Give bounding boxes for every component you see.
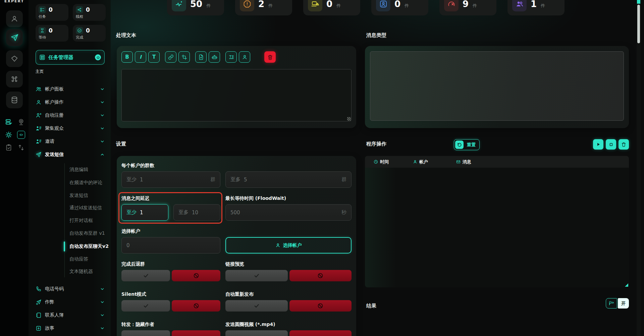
task-manager-label: 任务管理器: [48, 54, 92, 61]
scrollbar-thumb[interactable]: [637, 5, 640, 43]
sidebar-item-gather-audience[interactable]: 聚集观众: [29, 122, 111, 135]
clipboard-check-icon[interactable]: [5, 144, 13, 152]
groups-min-input[interactable]: 至少 1 群: [121, 171, 220, 188]
stat-value: 0: [86, 6, 90, 13]
stop-button[interactable]: [606, 139, 616, 150]
text-button[interactable]: T: [148, 51, 160, 63]
submenu-item-auto-post-chat-v2[interactable]: 自动发布至聊天v2: [69, 240, 111, 253]
app-window: EXPERT 0 任务: [0, 0, 644, 336]
rail-database-button[interactable]: [6, 92, 23, 108]
bot-button[interactable]: [209, 51, 220, 63]
attach-file-button[interactable]: [195, 51, 207, 63]
task-manager-button[interactable]: 任务管理器: [36, 50, 105, 65]
code-window-icon[interactable]: [17, 131, 25, 139]
stat-value: 0: [49, 27, 53, 34]
textarea-resize-handle[interactable]: [347, 117, 351, 121]
toggle-yes-button[interactable]: [225, 300, 288, 312]
toggle-yes-button[interactable]: [121, 330, 170, 336]
link-preview-label: 链接预览: [225, 261, 352, 267]
submenu-item-send-sms[interactable]: 发送短信: [69, 189, 111, 202]
toggle-yes-button[interactable]: [121, 270, 170, 281]
sidebar-item-contacts-book[interactable]: 联系人簿: [29, 309, 111, 322]
mention-user-button[interactable]: [239, 51, 250, 63]
toggle-no-button[interactable]: [289, 300, 352, 312]
sidebar-item-phone-numbers[interactable]: 电话号码: [29, 282, 111, 295]
send-circle-video-label: 发送圆圈视频 (*.mp4): [225, 322, 352, 327]
process-text-input[interactable]: [121, 69, 352, 121]
toggle-no-button[interactable]: [289, 330, 352, 336]
select-accounts-label: 选择帐户: [121, 228, 220, 234]
sidebar-item-cheat[interactable]: 作弊: [29, 295, 111, 309]
rail-profile-button[interactable]: [6, 10, 23, 27]
message-type-dropzone[interactable]: [370, 51, 624, 121]
bold-button[interactable]: B: [121, 51, 133, 63]
rail-command-button[interactable]: [6, 71, 23, 88]
stat-card-value: 2: [258, 0, 264, 9]
toggle-no-button[interactable]: [172, 330, 220, 336]
no-entry-icon: [317, 273, 323, 279]
rail-sender-button[interactable]: [6, 29, 23, 46]
clear-text-button[interactable]: [264, 51, 276, 63]
accounts-count-input[interactable]: 0: [121, 237, 220, 254]
reset-button[interactable]: 重置: [454, 139, 480, 150]
submenu-item-channel-comments[interactable]: 在频道中的评论: [69, 176, 111, 189]
column-account: 帐户: [413, 156, 428, 168]
active-item-indicator: [64, 241, 65, 251]
chevron-down-icon: [100, 313, 105, 318]
clear-log-button[interactable]: [619, 139, 629, 150]
sidebar-item-send-sms[interactable]: 发送短信: [29, 148, 111, 161]
link-button[interactable]: [165, 51, 176, 63]
program-ops-title: 程序操作: [366, 141, 386, 147]
person-icon: [242, 54, 248, 60]
gear-icon[interactable]: [5, 131, 13, 139]
delay-min-input[interactable]: 至少 1: [121, 204, 168, 221]
submenu-item-open-dialog[interactable]: 打开对话框: [69, 214, 111, 227]
text-template-button[interactable]: [225, 51, 237, 63]
stat-card-unit: 件: [268, 3, 273, 9]
delay-max-input[interactable]: 至多 10: [173, 204, 220, 221]
server-check-icon[interactable]: [5, 118, 13, 126]
swap-icon[interactable]: [17, 144, 25, 152]
page-scrollbar: [637, 0, 641, 336]
select-accounts-button[interactable]: 选择帐户: [225, 237, 352, 254]
groups-max-input[interactable]: 至多 5 群: [225, 171, 352, 188]
icon-rail: EXPERT: [0, 0, 29, 336]
open-result-button[interactable]: 开: [618, 298, 629, 309]
toggle-yes-button[interactable]: [225, 330, 288, 336]
submenu-item-send-by-id[interactable]: 通过id发送短信: [69, 202, 111, 214]
crop-button[interactable]: [178, 51, 190, 63]
trash-icon: [267, 54, 273, 60]
submenu-item-text-randomizer[interactable]: 文本随机器: [69, 265, 111, 278]
webcam-icon[interactable]: [17, 118, 25, 126]
toggle-no-button[interactable]: [172, 300, 220, 312]
sidebar-item-label: 帐户操作: [45, 99, 64, 105]
stat-card-spam: 1 件: [507, 0, 565, 15]
rail-premium-button[interactable]: [6, 50, 23, 67]
scroll-top-button[interactable]: [637, 0, 640, 4]
toggle-no-button[interactable]: [172, 270, 220, 281]
message-type-title: 消息类型: [366, 32, 386, 39]
submenu-guide-line: [64, 163, 65, 277]
toggle-yes-button[interactable]: [225, 270, 288, 281]
sidebar-item-stories[interactable]: 故事: [29, 322, 111, 335]
floodwait-input[interactable]: 500 秒: [225, 204, 352, 221]
toggle-no-button[interactable]: [289, 270, 352, 281]
send-circle-video-toggle: [225, 330, 352, 336]
submenu-item-auto-post-group-v1[interactable]: 自动发布至群 v1: [69, 227, 111, 240]
user-icon: [413, 160, 417, 164]
table-header: 时间 帐户 消息: [365, 156, 629, 168]
stat-tasks: 0 任务: [36, 4, 68, 21]
sidebar-item-account-ops[interactable]: 帐户操作: [29, 96, 111, 109]
sidebar-item-auto-register[interactable]: 自动注册: [29, 109, 111, 122]
gauge-x-icon: [444, 0, 459, 11]
start-button[interactable]: [593, 139, 603, 150]
table-resize-handle[interactable]: [625, 283, 628, 287]
sidebar-item-account-panel[interactable]: 帐户面板: [29, 82, 111, 96]
toggle-yes-button[interactable]: [121, 300, 170, 312]
open-folder-button[interactable]: [606, 298, 617, 309]
submenu-item-auto-reply[interactable]: 自动应答: [69, 253, 111, 266]
italic-button[interactable]: I: [135, 51, 146, 63]
leave-after-done-toggle: [121, 270, 220, 281]
sidebar-item-invite[interactable]: 邀请: [29, 135, 111, 148]
submenu-item-message-edit[interactable]: 消息编辑: [69, 163, 111, 176]
